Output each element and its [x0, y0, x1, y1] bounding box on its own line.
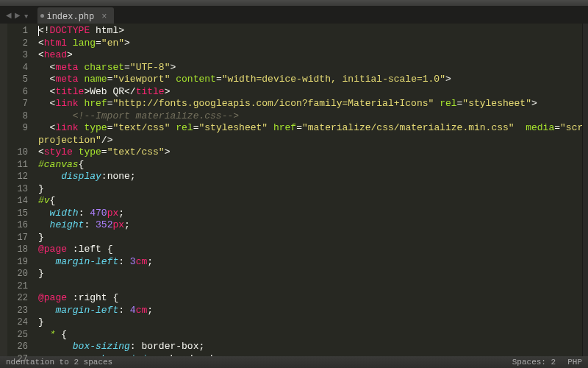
line-number: 6 [7, 86, 35, 99]
line-number: 23 [7, 305, 35, 317]
line-number-gutter: 1234567891011121314151617181920212223242… [7, 24, 35, 356]
tab-index-php[interactable]: index.php × [37, 7, 114, 24]
line-number: 16 [7, 219, 35, 232]
line-number: 21 [7, 280, 35, 293]
line-number: 9 [7, 122, 35, 135]
status-indent[interactable]: Spaces: 2 [512, 358, 556, 367]
nav-forward-icon[interactable]: ► [15, 10, 21, 22]
tab-filename: index.php [46, 12, 94, 22]
line-number: 25 [7, 329, 35, 342]
line-number: 10 [7, 146, 35, 159]
line-number: 7 [7, 98, 35, 110]
line-number: 19 [7, 256, 35, 269]
line-number: 15 [7, 208, 35, 220]
line-number: 18 [7, 244, 35, 256]
line-number: 4 [7, 62, 35, 74]
line-number: 3 [7, 49, 35, 62]
line-number: 13 [7, 183, 35, 196]
gutter-stripe [0, 24, 7, 356]
code-view[interactable]: <!DOCTYPE html> <html lang="en"> <head> … [35, 24, 582, 356]
window-titlebar [0, 0, 588, 6]
line-number: 1 [7, 25, 35, 38]
tab-bar: ◄ ► ▾ index.php × [0, 6, 588, 24]
dirty-indicator-icon [40, 14, 44, 18]
tab-close-icon[interactable]: × [101, 12, 107, 22]
editor-area[interactable]: 1234567891011121314151617181920212223242… [0, 24, 588, 356]
line-number: 20 [7, 268, 35, 280]
line-number: 17 [7, 232, 35, 244]
nav-back-icon[interactable]: ◄ [6, 10, 12, 22]
line-number: 2 [7, 38, 35, 50]
status-language[interactable]: PHP [567, 358, 582, 367]
line-number: 22 [7, 292, 35, 305]
line-number: 26 [7, 341, 35, 353]
line-number: 12 [7, 171, 35, 183]
line-number [7, 135, 35, 147]
nav-down-icon[interactable]: ▾ [24, 10, 29, 22]
line-number: 24 [7, 316, 35, 329]
line-number: 5 [7, 74, 35, 86]
status-left[interactable]: ndentation to 2 spaces [6, 358, 112, 367]
tab-nav: ◄ ► ▾ [0, 10, 35, 24]
line-number: 8 [7, 110, 35, 123]
status-bar: ndentation to 2 spaces Spaces: 2 PHP [0, 356, 588, 368]
line-number: 14 [7, 195, 35, 208]
line-number: 11 [7, 159, 35, 171]
minimap-scrollbar[interactable] [582, 24, 588, 356]
